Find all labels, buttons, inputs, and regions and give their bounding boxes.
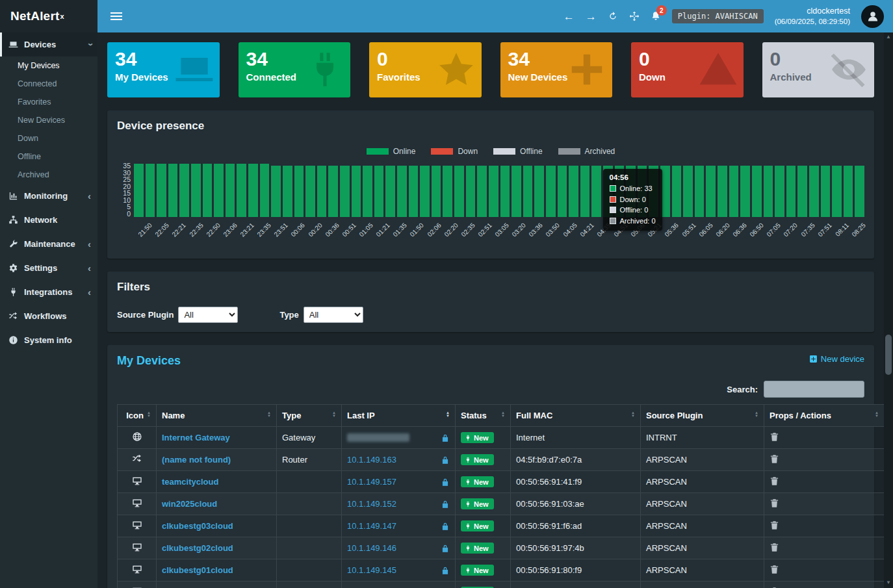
stat-tile-archived[interactable]: 0Archived xyxy=(762,42,875,97)
chart-bar[interactable] xyxy=(283,166,292,217)
column-header-props-actions[interactable]: Props / Actions▲▼ xyxy=(764,405,885,427)
page-scrollbar[interactable]: ▲ ▼ xyxy=(884,32,893,588)
chart-bar[interactable] xyxy=(454,166,464,217)
chart-bar[interactable] xyxy=(305,166,315,217)
column-header-last-ip[interactable]: Last IP▲▼ xyxy=(342,405,456,427)
chart-bar[interactable] xyxy=(489,166,498,217)
chart-bar[interactable] xyxy=(729,166,739,217)
chart-bar[interactable] xyxy=(443,166,452,217)
chart-bar[interactable] xyxy=(397,166,407,217)
sidebar-subitem-my-devices[interactable]: My Devices xyxy=(0,57,97,75)
chart-bar[interactable] xyxy=(797,166,807,217)
sidebar-subitem-offline[interactable]: Offline xyxy=(0,147,97,166)
chart-bar[interactable] xyxy=(271,166,281,217)
chart-bar[interactable] xyxy=(511,166,521,217)
app-logo[interactable]: NetAlertx xyxy=(0,0,97,32)
new-device-button[interactable]: New device xyxy=(809,354,864,364)
type-select[interactable]: All xyxy=(304,307,363,323)
nav-back-icon[interactable]: ← xyxy=(563,11,575,22)
scroll-down-arrow-icon[interactable]: ▼ xyxy=(884,580,893,585)
stat-tile-favorites[interactable]: 0Favorites xyxy=(369,42,482,97)
chart-bar[interactable] xyxy=(740,166,750,217)
device-row[interactable]: clkubestg01cloud10.1.149.145New00:50:56:… xyxy=(118,559,885,582)
scroll-up-arrow-icon[interactable]: ▲ xyxy=(884,34,893,40)
trash-icon[interactable] xyxy=(770,520,779,530)
chart-bar[interactable] xyxy=(179,164,189,217)
device-name-link[interactable]: win2025cloud xyxy=(162,499,217,509)
sidebar-item-devices[interactable]: Devices‹ xyxy=(0,32,97,57)
device-ip-link[interactable]: 10.1.149.163 xyxy=(347,455,396,465)
chart-bar[interactable] xyxy=(695,166,705,217)
chart-bar[interactable] xyxy=(363,166,372,217)
sidebar-item-monitoring[interactable]: Monitoring‹ xyxy=(0,184,97,208)
device-ip-link[interactable]: 10.1.149.157 xyxy=(347,477,396,487)
chart-bar[interactable] xyxy=(248,164,258,217)
stat-tile-new-devices[interactable]: 34New Devices xyxy=(500,42,613,97)
sidebar-item-integrations[interactable]: Integrations‹ xyxy=(0,280,97,304)
chart-bar[interactable] xyxy=(226,164,235,217)
device-name-link[interactable]: Internet Gateway xyxy=(162,433,230,442)
chart-bar[interactable] xyxy=(328,166,338,217)
sidebar-subitem-archived[interactable]: Archived xyxy=(0,166,97,184)
sidebar-toggle-button[interactable] xyxy=(107,8,126,24)
chart-bar[interactable] xyxy=(591,166,601,217)
search-input[interactable] xyxy=(764,381,864,398)
chart-bar[interactable] xyxy=(855,166,864,217)
device-ip-link[interactable]: 10.1.149.152 xyxy=(347,499,396,509)
device-row[interactable]: teamcitycloud10.1.149.157New00:50:56:91:… xyxy=(118,471,885,493)
sidebar-item-workflows[interactable]: Workflows xyxy=(0,304,97,328)
device-row[interactable]: clkubestg02cloud10.1.149.146New00:50:56:… xyxy=(118,537,885,559)
chart-bar[interactable] xyxy=(706,166,716,217)
sidebar-item-system-info[interactable]: System info xyxy=(0,328,97,352)
move-widgets-icon[interactable] xyxy=(629,11,640,21)
chart-bar[interactable] xyxy=(409,166,419,217)
stat-tile-my-devices[interactable]: 34My Devices xyxy=(107,42,220,97)
chart-bar[interactable] xyxy=(809,166,819,217)
chart-bar[interactable] xyxy=(432,166,441,217)
chart-bar[interactable] xyxy=(523,166,533,217)
chart-bar[interactable] xyxy=(237,164,246,217)
device-ip-link[interactable]: 10.1.149.147 xyxy=(347,521,396,531)
chart-bar[interactable] xyxy=(683,166,693,217)
sidebar-subitem-down[interactable]: Down xyxy=(0,129,97,147)
device-ip-link[interactable]: 10.1.149.145 xyxy=(347,565,396,575)
stat-tile-connected[interactable]: 34Connected xyxy=(239,42,351,97)
chart-bar[interactable] xyxy=(844,166,853,217)
chart-bar[interactable] xyxy=(500,166,510,217)
chart-bar[interactable] xyxy=(420,166,430,217)
column-header-icon[interactable]: Icon▲▼ xyxy=(118,405,157,427)
chart-bar[interactable] xyxy=(146,164,155,217)
column-header-name[interactable]: Name▲▼ xyxy=(157,405,277,427)
legend-online[interactable]: Online xyxy=(367,147,416,156)
sidebar-item-network[interactable]: Network xyxy=(0,208,97,232)
chart-bar[interactable] xyxy=(374,166,384,217)
device-name-link[interactable]: teamcitycloud xyxy=(162,477,218,487)
sidebar-subitem-new-devices[interactable]: New Devices xyxy=(0,111,97,129)
chart-bar[interactable] xyxy=(569,166,578,217)
trash-icon[interactable] xyxy=(770,432,779,442)
device-row[interactable]: (name not found)Router10.1.149.163New04:… xyxy=(118,449,885,471)
chart-bar[interactable] xyxy=(294,166,304,217)
chart-bar[interactable] xyxy=(352,166,361,217)
chart-bar[interactable] xyxy=(558,166,567,217)
chart-bar[interactable] xyxy=(718,166,727,217)
chart-bar[interactable] xyxy=(168,164,178,217)
trash-icon[interactable] xyxy=(770,498,779,508)
chart-bar[interactable] xyxy=(317,166,327,217)
legend-offline[interactable]: Offline xyxy=(493,147,542,156)
chart-bar[interactable] xyxy=(786,166,796,217)
device-name-link[interactable]: clkubestg02cloud xyxy=(162,543,233,553)
chart-bar[interactable] xyxy=(260,164,270,217)
chart-bar[interactable] xyxy=(477,166,487,217)
legend-archived[interactable]: Archived xyxy=(558,147,615,156)
column-header-source-plugin[interactable]: Source Plugin▲▼ xyxy=(641,405,764,427)
stat-tile-down[interactable]: 0Down xyxy=(631,42,744,97)
column-header-type[interactable]: Type▲▼ xyxy=(277,405,342,427)
chart-bar[interactable] xyxy=(340,166,350,217)
source-plugin-select[interactable]: All xyxy=(178,307,238,323)
notifications-bell-icon[interactable]: 2 xyxy=(651,11,661,21)
chart-bar[interactable] xyxy=(466,166,476,217)
chart-bar[interactable] xyxy=(821,166,831,217)
chart-bar[interactable] xyxy=(775,166,784,217)
trash-icon[interactable] xyxy=(770,454,779,464)
